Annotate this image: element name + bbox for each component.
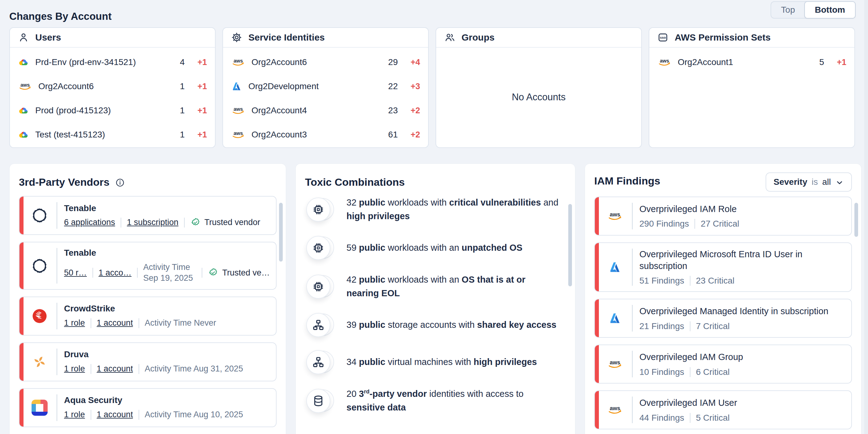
card-body: Prd-Env (prd-env-341521)4+1awsOrg2Accoun…	[10, 48, 215, 147]
account-row[interactable]: Prod (prod-415123)1+1	[18, 98, 207, 123]
separator	[138, 410, 139, 420]
vendor-meta-row: 50 r…1 acco…Activity Time Sep 19, 2025Tr…	[64, 262, 270, 284]
finding-content: Overprivileged IAM Role290 Findings27 Cr…	[640, 203, 845, 229]
divider	[632, 249, 632, 286]
vendor-meta-row: 1 role1 accountActivity Time Aug 10, 202…	[64, 409, 270, 420]
orgchart-icon	[306, 350, 335, 374]
account-row[interactable]: awsOrg2Account629+4	[231, 50, 420, 74]
svg-text:aws: aws	[660, 58, 669, 63]
account-row[interactable]: Prd-Env (prd-env-341521)4+1	[18, 50, 207, 74]
aws-logo-icon: aws	[607, 211, 623, 221]
account-row[interactable]: awsOrg2Account423+2	[231, 98, 420, 123]
iam-finding-card[interactable]: awsOverprivileged IAM Role290 Findings27…	[594, 197, 852, 236]
account-delta: +4	[404, 58, 420, 67]
account-row[interactable]: Test (test-415123)1+1	[18, 123, 207, 147]
vendor-card-content: Druva1 role1 accountActivity Time Aug 31…	[64, 349, 270, 374]
toxic-combination-item[interactable]: 59 public workloads with an unpatched OS	[306, 236, 566, 260]
azure-logo-icon	[605, 311, 625, 325]
vendor-card[interactable]: Aqua Security1 role1 accountActivity Tim…	[19, 388, 277, 427]
vendors-scrollbar[interactable]	[279, 203, 283, 262]
toxic-combination-text: 34 public virtual machines with high pri…	[346, 355, 537, 369]
separator	[690, 413, 690, 423]
account-count: 22	[384, 81, 398, 91]
card-title: Users	[35, 32, 61, 43]
account-name: Prod (prod-415123)	[35, 106, 165, 115]
info-icon[interactable]	[115, 178, 125, 187]
activity-time: Activity Time Aug 10, 2025	[145, 409, 243, 420]
icon-circle	[306, 350, 330, 374]
toxic-combination-item[interactable]: 32 public workloads with critical vulner…	[306, 196, 566, 223]
finding-title: Overprivileged Managed Identity in subsc…	[640, 306, 845, 317]
account-count: 1	[171, 106, 185, 115]
gear-icon	[231, 32, 242, 43]
vendor-card[interactable]: Tenable50 r…1 acco…Activity Time Sep 19,…	[19, 242, 277, 290]
vendor-link[interactable]: 50 r…	[64, 268, 87, 278]
chevron-down-icon	[835, 178, 844, 187]
toxic-combination-item[interactable]: 34 public virtual machines with high pri…	[306, 350, 566, 374]
account-row[interactable]: awsOrg2Account15+1	[657, 50, 846, 74]
vendor-link[interactable]: 1 subscription	[127, 218, 179, 227]
activity-time: Activity Time Sep 19, 2025	[143, 262, 196, 284]
account-delta: +1	[830, 58, 846, 67]
toggle-bottom-button[interactable]: Bottom	[804, 1, 856, 19]
vendor-link[interactable]: 1 role	[64, 410, 85, 419]
groups-icon	[444, 32, 455, 43]
vendor-meta-row: 1 role1 accountActivity Time Aug 31, 202…	[64, 364, 270, 374]
finding-title: Overprivileged IAM Group	[640, 351, 845, 363]
toxic-combination-item[interactable]: 42 public workloads with an OS that is a…	[306, 273, 566, 300]
toxic-combination-item[interactable]: 20 3rd-party vendor identities with acce…	[306, 387, 566, 414]
svg-text:aws: aws	[234, 58, 243, 63]
toxic-combination-text: 20 3rd-party vendor identities with acce…	[346, 387, 560, 414]
vendor-card-content: Tenable6 applications1 subscriptionTrust…	[64, 203, 270, 228]
vendor-card[interactable]: Tenable6 applications1 subscriptionTrust…	[19, 196, 277, 235]
svg-text:aws: aws	[234, 107, 243, 112]
account-name: Org2Development	[248, 81, 378, 91]
chip-icon	[306, 198, 335, 222]
account-delta: +1	[191, 58, 207, 67]
chip-icon	[306, 274, 335, 299]
separator	[91, 318, 91, 328]
iam-scrollbar[interactable]	[855, 203, 858, 237]
vendor-link[interactable]: 6 applications	[64, 218, 115, 227]
account-row[interactable]: Org2Development22+3	[231, 74, 420, 98]
severity-filter-dropdown[interactable]: Severity is all	[766, 172, 852, 192]
trusted-vendor-badge: Trusted ve…	[208, 267, 270, 278]
divider	[57, 303, 57, 329]
severity-accent-bar	[595, 197, 599, 235]
iam-finding-card[interactable]: awsOverprivileged IAM Group10 Findings6 …	[594, 345, 852, 383]
vendor-link[interactable]: 1 role	[64, 318, 85, 328]
page-scrollbar-track[interactable]	[864, 0, 868, 434]
severity-accent-bar	[20, 297, 24, 335]
azure-logo-icon	[231, 81, 242, 92]
iam-finding-card[interactable]: Overprivileged Managed Identity in subsc…	[594, 299, 852, 338]
vendor-link[interactable]: 1 acco…	[99, 268, 132, 278]
vendor-card[interactable]: CrowdStrike1 role1 accountActivity Time …	[19, 296, 277, 336]
vendors-panel-title: 3rd-Party Vendors	[19, 176, 110, 188]
account-changes-card: Service IdentitiesawsOrg2Account629+4Org…	[222, 27, 429, 148]
vendor-link[interactable]: 1 account	[97, 318, 133, 328]
vendor-card[interactable]: Druva1 role1 accountActivity Time Aug 31…	[19, 342, 277, 381]
findings-count: 10 Findings	[640, 367, 684, 377]
findings-count: 21 Findings	[640, 321, 684, 331]
page-title: Changes By Account	[9, 10, 112, 22]
gcp-logo-icon	[18, 57, 29, 68]
toxic-scrollbar[interactable]	[568, 204, 572, 286]
toxic-combination-text: 32 public workloads with critical vulner…	[346, 196, 560, 223]
icon-circle	[306, 274, 330, 299]
finding-content: Overprivileged Managed Identity in subsc…	[640, 306, 845, 331]
aws-logo-icon: aws	[605, 211, 625, 221]
check-badge-icon	[190, 217, 201, 228]
vendor-link[interactable]: 1 role	[64, 364, 85, 374]
toxic-combination-item[interactable]: 39 public storage accounts with shared k…	[306, 313, 566, 337]
account-row[interactable]: awsOrg2Account361+2	[231, 123, 420, 147]
account-row[interactable]: awsOrg2Account61+1	[18, 74, 207, 98]
toggle-top-button[interactable]: Top	[771, 2, 805, 18]
divider	[632, 397, 632, 423]
iam-finding-card[interactable]: Overprivileged Microsoft Entra ID User i…	[594, 242, 852, 292]
iam-panel-title: IAM Findings	[594, 175, 660, 187]
separator	[184, 218, 185, 228]
vendor-link[interactable]: 1 account	[97, 410, 133, 419]
dashboard-panels: 3rd-Party Vendors Tenable6 applications1…	[9, 164, 862, 434]
iam-finding-card[interactable]: awsOverprivileged IAM User44 Findings5 C…	[594, 390, 852, 429]
vendor-link[interactable]: 1 account	[97, 364, 133, 374]
